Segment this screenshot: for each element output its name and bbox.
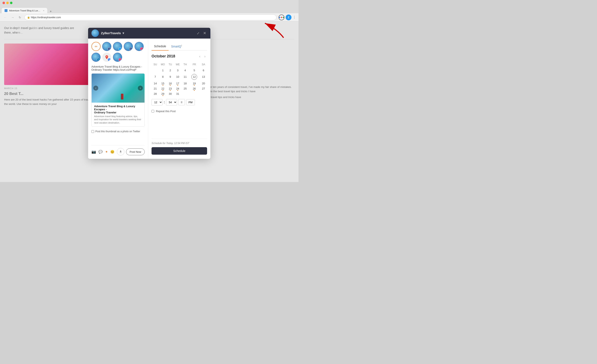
profile-button[interactable]: Z: [286, 15, 291, 20]
post-now-button[interactable]: Post Now: [126, 148, 145, 155]
cal-day-25[interactable]: 25: [182, 86, 189, 91]
cal-day-6[interactable]: 6: [200, 68, 207, 73]
time-hour-select[interactable]: 12: [151, 99, 163, 105]
profile-twitter[interactable]: t: [113, 42, 122, 51]
cal-day-1[interactable]: 1: [159, 68, 167, 73]
cal-day-16[interactable]: 16: [167, 81, 173, 86]
twitter-thumbnail-checkbox[interactable]: [91, 130, 94, 133]
cal-dot-23: [170, 90, 171, 91]
time-minute-select[interactable]: 54: [166, 99, 177, 105]
cal-day-22[interactable]: 22: [159, 86, 167, 91]
address-bar: ← → ↻ 🔒 https://ordinarytraveler.com Z ⋮: [0, 13, 298, 22]
cal-day-5[interactable]: 5: [189, 68, 200, 73]
calendar-prev-button[interactable]: ‹: [197, 54, 202, 59]
profile-instagram[interactable]: in: [134, 42, 144, 51]
tab-schedule-button[interactable]: Schedule: [151, 43, 169, 50]
modal-expand-button[interactable]: ⤢: [196, 31, 200, 36]
camera-toolbar-icon[interactable]: 📷: [91, 150, 96, 154]
preview-nav-right-button[interactable]: ›: [138, 86, 143, 91]
cal-day-15[interactable]: 15: [159, 81, 167, 86]
calendar-header-row: SU MO TU WE TH FR SA: [152, 62, 207, 68]
cal-day-23[interactable]: 23: [167, 86, 173, 91]
calendar-next-button[interactable]: ›: [203, 54, 207, 59]
profile-mastodon[interactable]: m: [124, 42, 133, 51]
profile-instagram2[interactable]: ig: [113, 53, 122, 62]
url-bar[interactable]: 🔒 https://ordinarytraveler.com: [24, 15, 276, 20]
cal-col-tu: TU: [167, 62, 173, 68]
calendar-week-2: 78910111213: [152, 73, 207, 81]
dot-blue: [279, 17, 280, 18]
time-pause-button[interactable]: ⏸: [178, 99, 185, 105]
calendar-body: 1234567891011121314151617181920212223242…: [152, 68, 207, 96]
cal-day-29[interactable]: 29: [159, 91, 167, 96]
time-ampm-button[interactable]: PM: [186, 99, 195, 105]
modal-left-panel: ✏ f t: [88, 39, 148, 159]
tab-favicon: [5, 9, 8, 12]
modal-header: ZylkerTravels ▾ ⤢ ✕: [88, 28, 210, 39]
minimize-traffic-light[interactable]: [6, 2, 9, 4]
tab-smartq-button[interactable]: SmartQℹ: [169, 43, 184, 50]
cal-day-2[interactable]: 2: [167, 68, 173, 73]
repeat-checkbox[interactable]: [151, 110, 154, 112]
modal-right-panel: Schedule SmartQℹ October 2018 ‹ ›: [148, 39, 210, 159]
cal-day-27[interactable]: 27: [200, 86, 207, 91]
cal-day-9[interactable]: 9: [167, 73, 173, 81]
zoho-extension-container: [279, 15, 284, 20]
cal-day-10[interactable]: 10: [174, 73, 181, 81]
profile-facebook[interactable]: f: [102, 42, 111, 51]
refresh-button[interactable]: ↻: [17, 15, 22, 20]
cal-day-7[interactable]: 7: [152, 73, 158, 81]
zoho-extension-icon[interactable]: [279, 15, 284, 20]
cal-day-11[interactable]: 11: [182, 73, 189, 81]
post-url-text: Adventure Travel Blog & Luxury Escapes -…: [91, 65, 145, 71]
maximize-traffic-light[interactable]: [10, 2, 12, 4]
linkedin-badge: in: [97, 58, 100, 61]
cal-day-17[interactable]: 17: [174, 81, 181, 86]
cal-day-empty: [182, 91, 189, 96]
profile-linkedin[interactable]: in: [91, 53, 101, 62]
calendar-header: October 2018 ‹ ›: [151, 54, 207, 59]
cal-day-21[interactable]: 21: [152, 86, 158, 91]
smartq-label: SmartQ: [171, 45, 181, 48]
cal-day-4[interactable]: 4: [182, 68, 189, 73]
compose-icon[interactable]: ✏: [91, 42, 101, 51]
schedule-tabs: Schedule SmartQℹ: [151, 43, 207, 51]
active-tab[interactable]: Adventure Travel Blog & Luxur... ×: [2, 8, 47, 13]
modal-logo-image: [91, 29, 99, 37]
cal-day-28[interactable]: 28: [152, 91, 158, 96]
magic-toolbar-icon[interactable]: ✦: [105, 150, 108, 154]
cal-col-sa: SA: [200, 62, 207, 68]
close-traffic-light[interactable]: [2, 2, 5, 4]
browser-window: Adventure Travel Blog & Luxur... × + ← →…: [0, 0, 298, 182]
profile-google-map[interactable]: G: [102, 53, 111, 62]
cal-day-31[interactable]: 31: [174, 91, 181, 96]
browser-menu-button[interactable]: ⋮: [293, 15, 296, 19]
cal-day-13[interactable]: 13: [200, 73, 207, 81]
cal-day-24[interactable]: 24: [174, 86, 181, 91]
forward-button[interactable]: →: [10, 15, 15, 20]
cal-day-26[interactable]: 26: [189, 86, 200, 91]
emoji-toolbar-icon[interactable]: 😊: [110, 150, 114, 154]
cal-day-8[interactable]: 8: [159, 73, 167, 81]
tab-close-button[interactable]: ×: [43, 9, 44, 12]
new-tab-button[interactable]: +: [48, 9, 53, 13]
cal-col-we: WE: [174, 62, 181, 68]
cal-day-3[interactable]: 3: [174, 68, 181, 73]
modal-close-button[interactable]: ✕: [202, 30, 207, 36]
schedule-button[interactable]: Schedule: [151, 147, 207, 155]
upload-button[interactable]: [117, 148, 124, 156]
cal-day-19[interactable]: 19: [189, 81, 200, 86]
chat-toolbar-icon[interactable]: 💬: [98, 150, 103, 154]
preview-nav-left-button[interactable]: ‹: [93, 86, 98, 91]
cal-day-12[interactable]: 12: [189, 73, 200, 81]
title-bar: [0, 0, 298, 6]
cal-day-14[interactable]: 14: [152, 81, 158, 86]
modal-overlay: ZylkerTravels ▾ ⤢ ✕ ✏: [0, 22, 298, 182]
cal-day-20[interactable]: 20: [200, 81, 207, 86]
back-button[interactable]: ←: [2, 15, 8, 20]
cal-day-30[interactable]: 30: [167, 91, 173, 96]
modal-title-dropdown-icon[interactable]: ▾: [123, 31, 124, 35]
cal-col-fr: FR: [189, 62, 200, 68]
cal-day-18[interactable]: 18: [182, 81, 189, 86]
cal-col-mo: MO: [159, 62, 167, 68]
